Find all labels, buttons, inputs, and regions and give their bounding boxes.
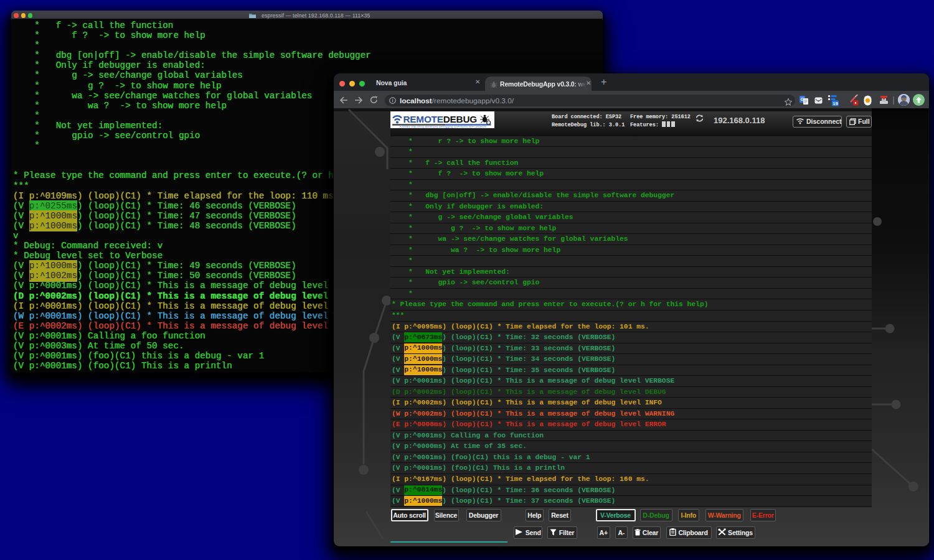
svg-text:A library that bring advanced: A library that bring advanced debugging … (399, 125, 486, 128)
svg-text:REMOTEDEBUG: REMOTEDEBUG (403, 114, 478, 124)
svg-text:19: 19 (833, 101, 837, 106)
